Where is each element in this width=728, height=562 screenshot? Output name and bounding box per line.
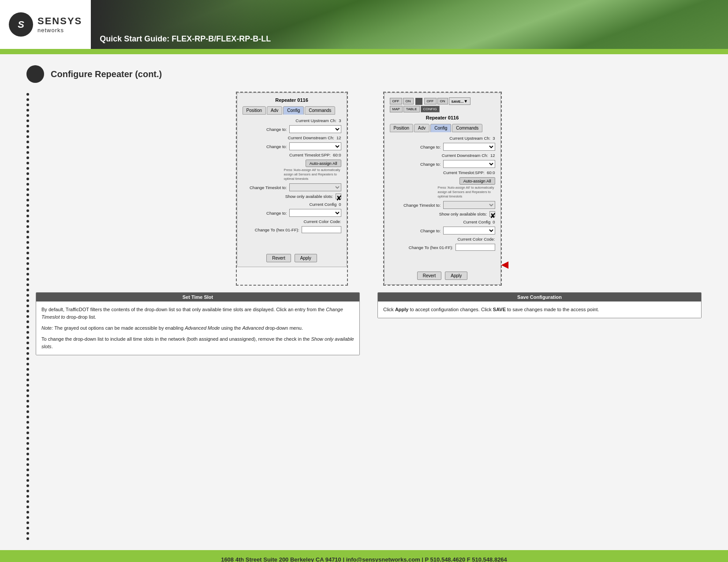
change-config-select-left[interactable] [289,209,341,217]
right-dialog-toolbar: OFF ON OFF ON SAVE...▼ MAP TABL [390,97,495,112]
info-left-text2b: using the [220,325,243,331]
info-left-para2: Note: The grayed out options can be made… [41,324,354,332]
downstream-row-right: Current Downstream Ch: 12 [390,153,495,158]
change-to-select2-right[interactable] [443,160,495,168]
info-left-header: Set Time Slot [36,293,359,301]
change-hex-input-right[interactable] [455,244,495,251]
change-to-select1-right[interactable] [443,143,495,151]
info-right-box: Save Configuration Click Apply to accept… [377,292,702,318]
right-dialog: OFF ON OFF ON SAVE...▼ MAP TABL [384,93,501,285]
change-to-select2-left[interactable] [289,142,341,150]
tab-adv-left[interactable]: Adv [267,106,282,115]
toolbar-config-btn[interactable]: CONFIG [421,106,440,112]
right-dialog-wrapper: OFF ON OFF ON SAVE...▼ MAP TABL [383,92,502,286]
dots-column [26,92,36,541]
upstream-val-left: 3 [339,118,341,123]
change-timeslot-label-right: Change Timeslot to: [403,203,441,208]
toolbar-on1-btn[interactable]: ON [403,98,414,104]
apply-btn-right[interactable]: Apply [445,272,467,280]
show-available-label-left: Show only available slots: [285,194,333,199]
change-to-row1-right: Change to: [390,143,495,151]
downstream-label-left: Current Downstream Ch: [288,135,334,140]
info-right-body: Click Apply to accept configuration chan… [378,301,701,318]
left-dialog-tabs: Position Adv Config Commands [243,106,341,115]
content-with-dots: Repeater 0116 Position Adv Config Comman… [26,92,702,541]
tab-commands-right[interactable]: Commands [452,124,482,132]
change-timeslot-select-left[interactable] [289,183,341,191]
right-dialog-outer: OFF ON OFF ON SAVE...▼ MAP TABL [383,92,502,286]
current-config-label-left: Current Config [309,202,336,207]
current-color-row-right: Current Color Code: [390,237,495,242]
tab-commands-left[interactable]: Commands [305,106,335,115]
header-green-bar [0,51,728,54]
show-available-cb-left[interactable]: ✘ [336,194,341,199]
timeslot-val-right: 60:0 [487,170,495,175]
change-config-row-left: Change to: [243,209,341,217]
info-right-header: Save Configuration [378,293,701,301]
timeslot-label-right: Current Timeslot:SPP: [443,170,485,175]
info-boxes-row: Set Time Slot By default, TrafficDOT fil… [36,292,702,355]
left-dialog-wrapper: Repeater 0116 Position Adv Config Comman… [236,92,348,286]
change-to-row2-left: Change to: [243,142,341,150]
toolbar-off2-btn[interactable]: OFF [424,98,437,104]
toolbar-map-btn[interactable]: MAP [390,106,403,112]
right-dialog-title: Repeater 0116 [390,115,495,120]
toolbar-icon [415,98,422,105]
info-right-para: Click Apply to accept configuration chan… [383,306,696,313]
info-left-note: Note: [41,325,53,331]
logo-icon: S [9,12,33,37]
show-available-cb-right[interactable]: ✘ [489,211,495,217]
info-right-bold2: SAVE [493,307,506,312]
upstream-val-right: 3 [493,136,495,141]
change-hex-input-left[interactable] [302,226,341,233]
toolbar-table-btn[interactable]: TABLE [403,106,420,112]
revert-btn-left[interactable]: Revert [266,254,291,262]
timeslot-row-left: Current Timeslot:SPP: 60:0 [243,153,341,157]
dialogs-row: Repeater 0116 Position Adv Config Comman… [36,92,702,286]
apply-btn-left[interactable]: Apply [295,254,317,262]
change-to-select1-left[interactable] [289,125,341,133]
change-timeslot-label-left: Change Timeslot to: [250,185,287,190]
logo-text: SENSYS networks [37,15,82,33]
upstream-row-right: Current Upstream Ch: 3 [390,136,495,141]
toolbar-save-btn[interactable]: SAVE...▼ [449,97,471,105]
toolbar-on2-btn[interactable]: ON [437,98,448,104]
header-image-section: Quick Start Guide: FLEX-RP-B/FLEX-RP-B-L… [91,0,728,49]
auto-assign-btn-right[interactable]: Auto-assign All [459,177,495,185]
downstream-row-left: Current Downstream Ch: 12 [243,135,341,140]
change-to-row2-right: Change to: [390,160,495,168]
info-left-body: By default, TrafficDOT filters the conte… [36,301,359,355]
tab-position-left[interactable]: Position [243,106,266,115]
logo-sensys: SENSYS [37,15,82,27]
change-timeslot-row-right: Change Timeslot to: [390,201,495,209]
info-left-text2: The grayed out options can be made acces… [53,325,185,331]
change-config-label-right: Change to: [420,228,441,233]
timeslot-row-right: Current Timeslot:SPP: 60:0 [390,170,495,175]
tab-config-left[interactable]: Config [283,106,304,115]
change-timeslot-select-right[interactable] [443,201,495,209]
current-color-label-right: Current Color Code: [457,237,495,242]
tab-adv-right[interactable]: Adv [414,124,429,132]
section-bullet [26,65,44,83]
show-available-row-right: Show only available slots: ✘ [390,211,495,217]
info-left-para3: To change the drop-down list to include … [41,335,354,350]
info-right-text2: to accept configuration changes. Click [408,307,493,312]
info-left-italic2b: Advanced [242,325,264,331]
show-available-label-right: Show only available slots: [439,212,487,216]
current-config-row-right: Current Config 0 [390,220,495,224]
tab-config-right[interactable]: Config [430,124,451,132]
info-left-text1: By default, TrafficDOT filters the conte… [41,307,326,312]
logo-networks: networks [37,27,82,33]
current-color-label-left: Current Color Code: [303,219,341,224]
change-config-select-right[interactable] [443,227,495,234]
info-right-section: Save Configuration Click Apply to accept… [377,292,702,355]
right-dialog-buttons: Revert Apply [390,272,495,280]
info-left-text1-end: drop-drop list. [65,314,96,320]
tab-position-right[interactable]: Position [390,124,414,132]
revert-btn-right[interactable]: Revert [417,272,441,280]
two-col-content: Repeater 0116 Position Adv Config Comman… [36,92,702,541]
left-dialog-buttons: Revert Apply [243,254,341,262]
auto-assign-btn-left[interactable]: Auto-assign All [306,160,341,167]
show-available-row-left: Show only available slots: ✘ [243,194,341,199]
toolbar-off1-btn[interactable]: OFF [390,98,402,104]
